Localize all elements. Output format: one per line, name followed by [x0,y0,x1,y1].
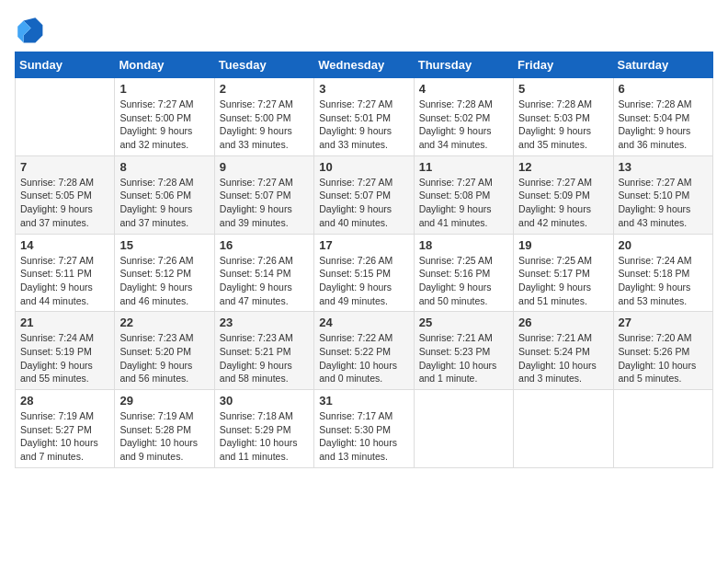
calendar-cell [514,390,613,468]
day-info: Sunrise: 7:17 AMSunset: 5:30 PMDaylight:… [319,409,408,464]
calendar-cell: 26 Sunrise: 7:21 AMSunset: 5:24 PMDaylig… [514,312,613,390]
day-number: 28 [20,394,109,408]
calendar-cell: 18 Sunrise: 7:25 AMSunset: 5:16 PMDaylig… [414,234,513,312]
day-info: Sunrise: 7:23 AMSunset: 5:21 PMDaylight:… [220,331,309,385]
calendar-cell: 17 Sunrise: 7:26 AMSunset: 5:15 PMDaylig… [314,234,414,312]
day-info: Sunrise: 7:27 AMSunset: 5:09 PMDaylight:… [518,176,608,230]
day-info: Sunrise: 7:22 AMSunset: 5:22 PMDaylight:… [319,331,408,385]
day-info: Sunrise: 7:27 AMSunset: 5:00 PMDaylight:… [220,98,309,152]
weekday-header-tuesday: Tuesday [214,52,313,78]
day-number: 12 [518,160,608,174]
day-info: Sunrise: 7:27 AMSunset: 5:07 PMDaylight:… [319,176,408,230]
day-number: 11 [419,160,508,174]
calendar-cell: 9 Sunrise: 7:27 AMSunset: 5:07 PMDayligh… [214,155,313,234]
day-info: Sunrise: 7:20 AMSunset: 5:26 PMDaylight:… [619,331,708,385]
day-info: Sunrise: 7:28 AMSunset: 5:06 PMDaylight:… [119,176,209,230]
calendar-table: SundayMondayTuesdayWednesdayThursdayFrid… [15,52,713,468]
day-info: Sunrise: 7:27 AMSunset: 5:07 PMDaylight:… [220,176,309,230]
calendar-cell: 25 Sunrise: 7:21 AMSunset: 5:23 PMDaylig… [414,312,513,390]
day-info: Sunrise: 7:28 AMSunset: 5:04 PMDaylight:… [619,98,708,152]
calendar-cell: 20 Sunrise: 7:24 AMSunset: 5:18 PMDaylig… [613,234,712,312]
calendar-cell [613,390,712,468]
calendar-week-2: 7 Sunrise: 7:28 AMSunset: 5:05 PMDayligh… [16,155,713,234]
weekday-header-thursday: Thursday [414,52,513,78]
day-number: 1 [119,82,209,96]
calendar-cell [414,390,513,468]
calendar-cell: 23 Sunrise: 7:23 AMSunset: 5:21 PMDaylig… [214,312,313,390]
day-number: 17 [319,238,408,252]
weekday-header-row: SundayMondayTuesdayWednesdayThursdayFrid… [16,52,713,78]
calendar-cell: 27 Sunrise: 7:20 AMSunset: 5:26 PMDaylig… [613,312,712,390]
day-number: 24 [319,316,408,329]
calendar-cell: 12 Sunrise: 7:27 AMSunset: 5:09 PMDaylig… [514,155,613,234]
day-number: 14 [20,238,109,252]
day-info: Sunrise: 7:26 AMSunset: 5:15 PMDaylight:… [319,254,408,308]
calendar-cell: 22 Sunrise: 7:23 AMSunset: 5:20 PMDaylig… [115,312,214,390]
calendar-cell: 24 Sunrise: 7:22 AMSunset: 5:22 PMDaylig… [314,312,414,390]
day-number: 26 [518,316,608,329]
day-number: 6 [619,82,708,96]
calendar-week-3: 14 Sunrise: 7:27 AMSunset: 5:11 PMDaylig… [16,234,713,312]
day-number: 18 [419,238,508,252]
day-number: 21 [20,316,109,329]
day-info: Sunrise: 7:19 AMSunset: 5:27 PMDaylight:… [20,409,109,464]
calendar-cell: 31 Sunrise: 7:17 AMSunset: 5:30 PMDaylig… [314,390,414,468]
calendar-cell: 28 Sunrise: 7:19 AMSunset: 5:27 PMDaylig… [16,390,115,468]
day-number: 31 [319,394,408,408]
weekday-header-wednesday: Wednesday [314,52,414,78]
day-info: Sunrise: 7:27 AMSunset: 5:10 PMDaylight:… [619,176,708,230]
day-number: 7 [20,160,109,174]
day-info: Sunrise: 7:27 AMSunset: 5:00 PMDaylight:… [119,98,209,152]
day-info: Sunrise: 7:27 AMSunset: 5:11 PMDaylight:… [20,254,109,308]
calendar-cell: 10 Sunrise: 7:27 AMSunset: 5:07 PMDaylig… [314,155,414,234]
day-info: Sunrise: 7:25 AMSunset: 5:17 PMDaylight:… [518,254,608,308]
calendar-cell: 4 Sunrise: 7:28 AMSunset: 5:02 PMDayligh… [414,78,513,156]
calendar-cell: 2 Sunrise: 7:27 AMSunset: 5:00 PMDayligh… [214,78,313,156]
day-info: Sunrise: 7:26 AMSunset: 5:14 PMDaylight:… [220,254,309,308]
day-number: 23 [220,316,309,329]
day-number: 13 [619,160,708,174]
page-header [15,15,713,44]
calendar-cell: 29 Sunrise: 7:19 AMSunset: 5:28 PMDaylig… [115,390,214,468]
day-number: 30 [220,394,309,408]
calendar-week-5: 28 Sunrise: 7:19 AMSunset: 5:27 PMDaylig… [16,390,713,468]
day-number: 4 [419,82,508,96]
weekday-header-saturday: Saturday [613,52,712,78]
calendar-cell: 6 Sunrise: 7:28 AMSunset: 5:04 PMDayligh… [613,78,712,156]
calendar-cell: 7 Sunrise: 7:28 AMSunset: 5:05 PMDayligh… [16,155,115,234]
day-info: Sunrise: 7:19 AMSunset: 5:28 PMDaylight:… [119,409,209,464]
calendar-week-1: 1 Sunrise: 7:27 AMSunset: 5:00 PMDayligh… [16,78,713,156]
day-info: Sunrise: 7:18 AMSunset: 5:29 PMDaylight:… [220,409,309,464]
calendar-cell: 30 Sunrise: 7:18 AMSunset: 5:29 PMDaylig… [214,390,313,468]
calendar-cell: 1 Sunrise: 7:27 AMSunset: 5:00 PMDayligh… [115,78,214,156]
day-number: 15 [119,238,209,252]
calendar-cell: 19 Sunrise: 7:25 AMSunset: 5:17 PMDaylig… [514,234,613,312]
day-info: Sunrise: 7:23 AMSunset: 5:20 PMDaylight:… [119,331,209,385]
day-number: 9 [220,160,309,174]
calendar-cell: 11 Sunrise: 7:27 AMSunset: 5:08 PMDaylig… [414,155,513,234]
day-info: Sunrise: 7:25 AMSunset: 5:16 PMDaylight:… [419,254,508,308]
calendar-cell: 13 Sunrise: 7:27 AMSunset: 5:10 PMDaylig… [613,155,712,234]
day-info: Sunrise: 7:24 AMSunset: 5:18 PMDaylight:… [619,254,708,308]
calendar-cell: 21 Sunrise: 7:24 AMSunset: 5:19 PMDaylig… [16,312,115,390]
weekday-header-friday: Friday [514,52,613,78]
day-number: 10 [319,160,408,174]
calendar-cell [16,78,115,156]
day-info: Sunrise: 7:21 AMSunset: 5:24 PMDaylight:… [518,331,608,385]
day-number: 3 [319,82,408,96]
logo [15,15,48,44]
day-number: 22 [119,316,209,329]
calendar-cell: 5 Sunrise: 7:28 AMSunset: 5:03 PMDayligh… [514,78,613,156]
day-number: 20 [619,238,708,252]
day-info: Sunrise: 7:27 AMSunset: 5:08 PMDaylight:… [419,176,508,230]
day-info: Sunrise: 7:28 AMSunset: 5:03 PMDaylight:… [518,98,608,152]
logo-icon [15,15,44,44]
calendar-cell: 8 Sunrise: 7:28 AMSunset: 5:06 PMDayligh… [115,155,214,234]
day-number: 2 [220,82,309,96]
weekday-header-monday: Monday [115,52,214,78]
day-number: 27 [619,316,708,329]
calendar-cell: 15 Sunrise: 7:26 AMSunset: 5:12 PMDaylig… [115,234,214,312]
calendar-cell: 3 Sunrise: 7:27 AMSunset: 5:01 PMDayligh… [314,78,414,156]
day-info: Sunrise: 7:28 AMSunset: 5:05 PMDaylight:… [20,176,109,230]
day-number: 8 [119,160,209,174]
